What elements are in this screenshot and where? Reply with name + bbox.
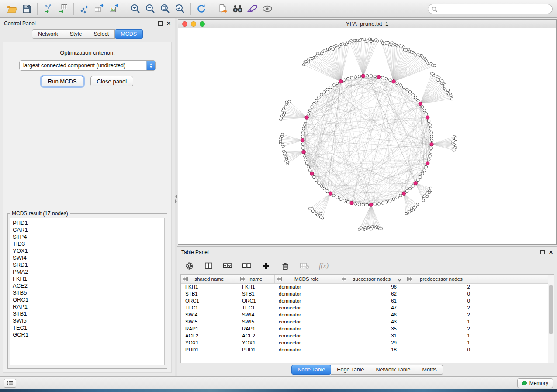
table-tabs: Node Table Edge Table Network Table Moti…	[177, 363, 557, 376]
table-row[interactable]: PHD1PHD1dominator180	[181, 346, 548, 353]
table-row[interactable]: TEC1TEC1connector472	[181, 304, 548, 311]
table-row[interactable]: STB1STB1dominator620	[181, 290, 548, 297]
close-table-panel-button[interactable]: ✕	[549, 250, 553, 254]
zoom-in-button[interactable]	[128, 2, 143, 16]
table-row[interactable]: SWI5SWI5connector431	[181, 318, 548, 325]
node-table-container: shared name name MCDS role	[180, 274, 554, 363]
mcds-result-item[interactable]: STB1	[13, 310, 162, 317]
hide-all-columns-button[interactable]	[242, 261, 252, 271]
visual-style-button[interactable]	[245, 2, 260, 16]
mcds-result-item[interactable]: STB5	[13, 289, 162, 296]
table-cell-filler	[478, 325, 548, 332]
column-header-shared-name[interactable]: shared name	[181, 275, 238, 283]
mcds-result-item[interactable]: RAP1	[13, 303, 162, 310]
close-window-button[interactable]	[182, 21, 187, 27]
search-network-button[interactable]	[230, 2, 245, 16]
mcds-result-item[interactable]: CAR1	[13, 227, 162, 234]
mcds-result-item[interactable]: TID3	[13, 241, 162, 248]
tab-mcds[interactable]: MCDS	[115, 29, 143, 39]
tab-node-table[interactable]: Node Table	[291, 365, 331, 375]
float-panel-button[interactable]	[158, 21, 163, 26]
mcds-result-item[interactable]: ACE2	[13, 282, 162, 289]
table-row[interactable]: RAP1RAP1dominator352	[181, 325, 548, 332]
search-input[interactable]	[439, 6, 548, 12]
table-cell: SWI5	[238, 318, 274, 325]
delete-table-button[interactable]	[300, 261, 309, 271]
mcds-result-item[interactable]: FKH1	[13, 275, 162, 282]
mcds-result-item[interactable]: PHD1	[13, 220, 162, 227]
table-cell-filler	[478, 339, 548, 346]
mcds-result-item[interactable]: ORC1	[13, 296, 162, 303]
collapse-left-icon[interactable]	[175, 195, 177, 198]
minimize-window-button[interactable]	[191, 21, 196, 27]
close-panel-button[interactable]: ✕	[166, 21, 171, 26]
zoom-out-icon	[145, 3, 156, 14]
expand-right-icon[interactable]	[175, 199, 177, 203]
tab-select[interactable]: Select	[88, 29, 115, 39]
maximize-window-button[interactable]	[200, 21, 205, 27]
table-scrollbar-thumb[interactable]	[549, 285, 553, 334]
export-image-button[interactable]	[107, 2, 121, 16]
import-table-button[interactable]	[55, 2, 70, 16]
run-mcds-button[interactable]: Run MCDS	[42, 76, 83, 86]
style-brush-icon	[247, 3, 258, 14]
table-scrollbar[interactable]	[548, 275, 554, 363]
column-header-predecessor-nodes[interactable]: predecessor nodes	[405, 275, 478, 283]
save-session-button[interactable]	[19, 2, 34, 16]
apply-layout-button[interactable]	[194, 2, 209, 16]
mcds-result-item[interactable]: PMA2	[13, 268, 162, 275]
mcds-result-item[interactable]: TEC1	[13, 324, 162, 331]
tab-style[interactable]: Style	[64, 29, 88, 39]
tab-network-table[interactable]: Network Table	[370, 365, 417, 375]
column-label: MCDS role	[294, 276, 319, 282]
tab-motifs[interactable]: Motifs	[416, 365, 443, 375]
zoom-fit-button[interactable]	[158, 2, 173, 16]
zoom-out-button[interactable]	[143, 2, 158, 16]
table-row[interactable]: ACE2ACE2connector311	[181, 332, 548, 339]
export-network-button[interactable]	[77, 2, 92, 16]
mcds-result-item[interactable]: SWI5	[13, 317, 162, 324]
zoom-fit-icon	[159, 3, 171, 14]
splitter-collapse-icons[interactable]	[175, 195, 177, 203]
mcds-result-item[interactable]: SRD1	[13, 261, 162, 268]
memory-button[interactable]: Memory	[517, 378, 553, 388]
toolbar-separator	[212, 3, 212, 15]
float-table-panel-button[interactable]	[540, 250, 545, 254]
tab-edge-table[interactable]: Edge Table	[331, 365, 370, 375]
network-window-titlebar[interactable]: YPA_prune.txt_1	[178, 20, 556, 28]
main-toolbar	[0, 0, 557, 18]
column-header-successor-nodes[interactable]: successor nodes	[339, 275, 405, 283]
close-panel-action-button[interactable]: Close panel	[90, 76, 134, 86]
table-row[interactable]: ORC1ORC1dominator610	[181, 297, 548, 304]
show-hide-details-button[interactable]	[260, 2, 275, 16]
column-header-name[interactable]: name	[238, 275, 274, 283]
show-tasks-button[interactable]	[4, 379, 16, 388]
network-canvas[interactable]	[178, 28, 556, 244]
split-table-button[interactable]	[204, 261, 213, 271]
column-header-mcds-role[interactable]: MCDS role	[274, 275, 339, 283]
table-cell: FKH1	[238, 283, 274, 290]
open-session-button[interactable]	[4, 2, 19, 16]
apply-function-button[interactable]: f(x)	[319, 261, 329, 271]
mcds-result-item[interactable]: SWI4	[13, 254, 162, 261]
mcds-result-item[interactable]: STP4	[13, 234, 162, 241]
show-all-columns-button[interactable]	[223, 261, 232, 271]
export-table-button[interactable]	[92, 2, 107, 16]
mcds-result-list[interactable]: PHD1CAR1STP4TID3YOX1SWI4SRD1PMA2FKH1ACE2…	[10, 218, 165, 365]
table-cell: connector	[274, 332, 339, 339]
delete-column-button[interactable]	[280, 261, 290, 271]
mcds-result-item[interactable]: YOX1	[13, 248, 162, 254]
table-row[interactable]: SWI4SWI4dominator462	[181, 311, 548, 318]
table-settings-button[interactable]	[184, 261, 194, 271]
zoom-selected-button[interactable]	[173, 2, 187, 16]
create-column-button[interactable]	[261, 261, 271, 271]
table-row[interactable]: YOX1YOX1connector291	[181, 339, 548, 346]
table-cell-filler	[478, 290, 548, 297]
panel-splitter[interactable]	[175, 18, 177, 376]
copy-share-button[interactable]	[215, 2, 230, 16]
tab-network[interactable]: Network	[32, 29, 64, 39]
table-row[interactable]: FKH1FKH1dominator962	[181, 283, 548, 290]
criterion-dropdown[interactable]: largest connected component (undirected)…	[19, 60, 156, 71]
mcds-result-item[interactable]: GCR1	[13, 331, 162, 338]
import-network-button[interactable]	[41, 2, 55, 16]
